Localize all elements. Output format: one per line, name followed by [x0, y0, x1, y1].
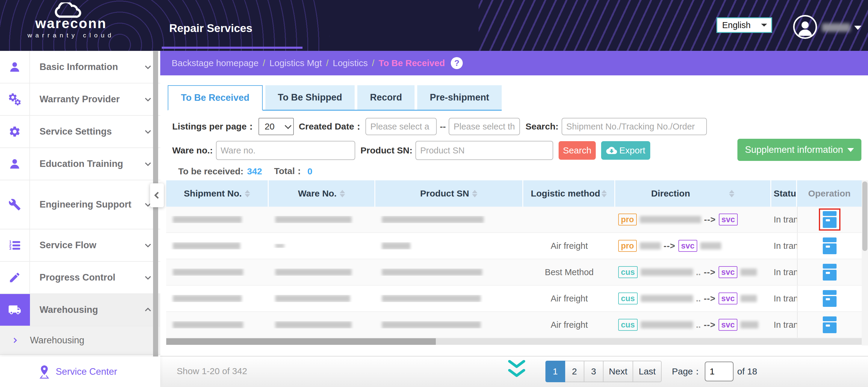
page-number-input[interactable] [705, 361, 734, 381]
receive-box-icon[interactable] [823, 290, 837, 307]
sidebar-item-service-settings[interactable]: Service Settings [0, 116, 160, 148]
status-cell: In transit [771, 241, 797, 251]
double-chevron-down-icon[interactable] [508, 360, 526, 378]
horizontal-scrollbar-thumb[interactable] [166, 338, 436, 345]
search-button[interactable]: Search [559, 141, 596, 160]
product-sn-label: Product SN: [361, 145, 412, 155]
sort-icon[interactable] [340, 190, 345, 198]
vertical-scrollbar[interactable] [862, 180, 868, 345]
column-header-shipment-no[interactable]: Shipment No. [166, 180, 269, 207]
direction-to-badge: svc [678, 240, 697, 252]
help-icon[interactable]: ? [451, 57, 463, 69]
sidebar-item-education-training[interactable]: Education Training [0, 148, 160, 180]
page-title: Repair Services [169, 22, 252, 35]
direction-cell: pro --> svc [615, 240, 771, 252]
gears-icon [0, 83, 30, 115]
service-center-link[interactable]: Service Center [0, 356, 160, 387]
ware-no-cell [269, 269, 375, 276]
column-header-status[interactable]: Status [771, 180, 797, 207]
export-button[interactable]: Export [601, 141, 650, 160]
direction-from-badge: pro [618, 240, 637, 252]
listings-per-page-select[interactable]: 20 [258, 118, 294, 135]
logistic-method-cell: Best Method [523, 268, 615, 277]
breadcrumb-link-logistics[interactable]: Logistics [333, 58, 368, 68]
language-select[interactable]: English [716, 17, 772, 33]
direction-from-badge: cus [618, 319, 638, 331]
listings-per-page-value: 20 [265, 121, 274, 132]
chevron-down-icon [144, 160, 152, 168]
tab-bar: To Be Received To Be Shipped Record Pre-… [168, 85, 502, 111]
breadcrumb-separator: / [263, 58, 265, 68]
sort-icon[interactable] [472, 190, 477, 198]
date-from-input[interactable] [365, 118, 437, 135]
redacted-text [173, 242, 240, 249]
direction-ellipsis: .. [696, 268, 701, 277]
chevron-up-icon [144, 305, 152, 314]
tab-to-be-received[interactable]: To Be Received [168, 85, 263, 111]
tab-pre-shipment[interactable]: Pre-shipment [417, 85, 502, 110]
receive-box-icon[interactable] [823, 264, 837, 281]
receive-box-icon[interactable] [823, 211, 837, 228]
page-button-1[interactable]: 1 [546, 361, 565, 382]
sidebar-item-progress-control[interactable]: Progress Control [0, 262, 160, 294]
ware-no-label: Ware no.: [172, 145, 213, 155]
column-header-product-sn[interactable]: Product SN [375, 180, 523, 207]
last-page-button[interactable]: Last [632, 361, 662, 382]
breadcrumb-link-logistics-mgt[interactable]: Logistics Mgt [270, 58, 322, 68]
breadcrumb-link-backstage[interactable]: Backstage homepage [172, 58, 258, 68]
page-button-2[interactable]: 2 [565, 361, 584, 382]
table-row: Air freight cus .. --> svc In transit [166, 286, 862, 312]
column-label: Logistic method [531, 188, 600, 199]
logo-title: wareconn [22, 16, 120, 31]
receive-box-icon[interactable] [823, 316, 837, 333]
sidebar-item-service-flow[interactable]: 1 2 3 Service Flow [0, 230, 160, 262]
page-button-3[interactable]: 3 [584, 361, 603, 382]
ordered-list-icon: 1 2 3 [0, 230, 30, 261]
sort-icon[interactable] [245, 190, 250, 198]
column-header-ware-no[interactable]: Ware No. [269, 180, 375, 207]
search-input[interactable] [562, 118, 707, 135]
direction-cell: pro --> svc [615, 214, 771, 225]
operation-cell [797, 312, 862, 338]
to-be-received-count: 342 [247, 166, 262, 176]
chevron-down-icon [144, 63, 152, 71]
sort-icon[interactable] [729, 190, 735, 198]
ware-no-input[interactable] [216, 141, 355, 160]
user-menu-caret-icon[interactable] [854, 26, 861, 30]
tab-to-be-shipped[interactable]: To Be Shipped [266, 85, 355, 110]
next-page-button[interactable]: Next [603, 361, 633, 382]
ware-no-cell [269, 321, 375, 328]
column-header-logistic-method[interactable]: Logistic method [523, 180, 615, 207]
product-sn-input[interactable] [415, 141, 553, 160]
receive-box-icon[interactable] [823, 238, 837, 254]
avatar[interactable] [793, 15, 817, 39]
supplement-information-button[interactable]: Supplement information [737, 139, 861, 161]
product-sn-cell [375, 321, 523, 328]
column-header-direction[interactable]: Direction [615, 180, 771, 207]
chevron-down-icon [144, 273, 152, 282]
tab-record[interactable]: Record [357, 85, 414, 110]
horizontal-scrollbar[interactable] [166, 338, 862, 345]
wareconn-logo[interactable]: wareconn warranty cloud [22, 2, 120, 39]
sidebar-collapse-button[interactable] [150, 183, 164, 207]
direction-arrow: --> [704, 320, 716, 330]
vertical-scrollbar-thumb[interactable] [862, 181, 867, 251]
table-header: Shipment No. Ware No. Product SN Logisti… [166, 180, 862, 207]
sort-icon[interactable] [601, 190, 607, 198]
date-to-input[interactable] [449, 118, 520, 135]
sidebar-subitem-label: Warehousing [30, 335, 85, 346]
sidebar-item-engineering-support[interactable]: Engineering Support [0, 180, 160, 230]
table-row: pro --> svc In transit [166, 207, 862, 233]
username-redacted[interactable] [822, 23, 850, 32]
sidebar-item-warehousing[interactable]: Warehousing [0, 294, 160, 326]
date-range-separator: -- [440, 121, 446, 132]
sidebar-subitem-warehousing[interactable]: Warehousing [0, 326, 160, 355]
truck-icon [0, 294, 30, 326]
column-label: Ware No. [298, 188, 337, 199]
direction-to-badge: svc [718, 292, 737, 305]
direction-cell: cus .. --> svc [615, 292, 771, 305]
redacted-text [640, 242, 661, 249]
sidebar-item-basic-information[interactable]: Basic Information [0, 51, 160, 83]
sidebar-item-warranty-provider[interactable]: Warranty Provider [0, 83, 160, 116]
direction-to-badge: svc [718, 319, 737, 331]
